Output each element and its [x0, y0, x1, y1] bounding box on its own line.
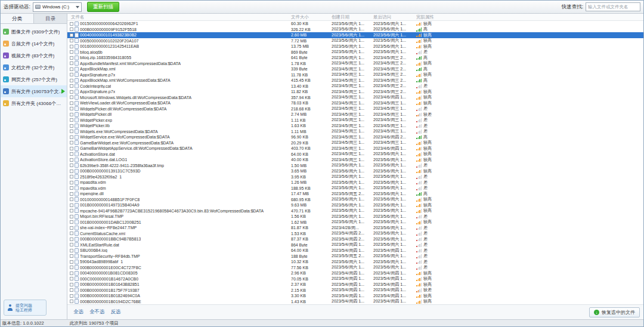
row-checkbox[interactable] — [70, 243, 73, 246]
column-header-filename[interactable]: 文件名 — [67, 14, 291, 20]
table-row[interactable]: 001B000000001DABC1200B2511.62 MB2023/5/6… — [67, 220, 643, 226]
table-row[interactable]: GameBarWidget.exe:WofCompressedData:$DAT… — [67, 140, 643, 146]
table-row[interactable]: WidgetsPicker.dll2.74 MB2023/4/5/周三 1...… — [67, 112, 643, 118]
row-checkbox[interactable] — [70, 129, 73, 133]
row-checkbox[interactable] — [70, 50, 73, 54]
row-checkbox[interactable] — [70, 192, 73, 196]
quick-search-input[interactable] — [586, 2, 640, 11]
row-checkbox[interactable] — [70, 22, 73, 26]
tab-category[interactable]: 分类 — [1, 14, 34, 23]
row-checkbox[interactable] — [70, 249, 73, 252]
row-checkbox[interactable] — [70, 164, 73, 167]
table-row[interactable]: mpasdlta.vdm1.26 MB2023/5/6/周六 1...2023/… — [67, 180, 643, 186]
table-row[interactable]: AppxBlockMap.xml:WofCompressedData:$DATA… — [67, 78, 643, 84]
row-checkbox[interactable] — [70, 95, 73, 99]
row-checkbox[interactable] — [70, 226, 73, 230]
row-checkbox[interactable] — [70, 175, 73, 178]
row-checkbox[interactable] — [70, 203, 73, 207]
table-row[interactable]: bilog.zip.168335984318055641 Byte2023/5/… — [67, 55, 643, 61]
row-checkbox[interactable] — [70, 45, 73, 48]
table-row[interactable]: 000B000000001B0194D2C76BE1.43 KB2023/5/4… — [67, 299, 643, 305]
column-header-accessed[interactable]: 最后访问 — [373, 14, 416, 20]
row-checkbox[interactable] — [70, 27, 73, 31]
table-row[interactable]: AppxBlockMap.xml339 Byte2023/4/5/周三 1...… — [67, 66, 643, 72]
row-checkbox[interactable] — [70, 135, 73, 139]
table-row[interactable]: 000B000000001B175F7F193872.15 KB2023/5/4… — [67, 288, 643, 294]
rescan-button[interactable]: 重新扫描 — [87, 2, 119, 12]
row-checkbox[interactable] — [70, 56, 73, 60]
row-checkbox[interactable] — [70, 169, 73, 173]
row-checkbox[interactable] — [70, 266, 73, 269]
table-row[interactable]: 000500000000102020F20A1077.72 MB2023/5/6… — [67, 38, 643, 44]
select-none-link[interactable]: 全不选 — [89, 309, 105, 316]
row-checkbox[interactable] — [70, 61, 73, 65]
table-row[interactable]: 0016000000001231425411EAB13.75 MB2023/5/… — [67, 44, 643, 50]
table-row[interactable]: bilog.alog6b869 Byte2023/5/6/周六 1...2023… — [67, 50, 643, 55]
table-row[interactable]: 2518f9e42632f09a2_13.95 KB2023/5/6/周六 1.… — [67, 174, 643, 180]
invert-selection-link[interactable]: 反选 — [111, 309, 121, 316]
table-row[interactable]: mpengine.dll17.47 MB2023/5/5/周五 2...2023… — [67, 191, 643, 197]
row-checkbox[interactable] — [70, 118, 73, 122]
row-checkbox[interactable] — [70, 90, 73, 94]
sidebar-item[interactable]: 视频文件 (83个文件) — [1, 50, 67, 61]
row-checkbox[interactable] — [70, 300, 73, 303]
feedback-button[interactable]: 提交问题 给工程师 — [4, 300, 47, 316]
sidebar-item[interactable]: 图像文件 (9309个文件) — [1, 26, 67, 38]
row-checkbox[interactable] — [70, 67, 73, 71]
table-row[interactable]: ActivationStore.dat64.00 KB2023/4/5/周三 1… — [67, 152, 643, 158]
row-checkbox[interactable] — [70, 260, 73, 264]
table-row[interactable]: 00040000000101493823B0B22.60 MB2023/5/6/… — [67, 32, 643, 38]
table-row[interactable]: 62b39be9-358f-4222-9411-2358fa36aa3f.tmp… — [67, 163, 643, 169]
table-row[interactable]: 001B000000001497315B404A99.63 MB2023/5/6… — [67, 202, 643, 208]
row-checkbox[interactable] — [70, 209, 73, 212]
table-row[interactable]: 590643ad898998abf_110.32 KB2023/5/6/周六 1… — [67, 259, 643, 265]
table-row[interactable]: AppxSignature.p7x11.78 KB2023/4/5/周三 1..… — [67, 72, 643, 78]
column-header-created[interactable]: 创建日期 — [332, 14, 373, 20]
sidebar-item[interactable]: 所有文件夹 (43066个文件夹) — [1, 97, 67, 109]
row-checkbox[interactable] — [70, 101, 73, 105]
table-row[interactable]: WebViewLoader.dll:WofCompressedData:$DAT… — [67, 100, 643, 106]
row-checkbox[interactable] — [70, 198, 73, 201]
sidebar-item[interactable]: 文档文件 (32个文件) — [1, 61, 67, 73]
table-row[interactable]: mpcache-9414F96B2B7723ACBE315219680584C4… — [67, 208, 643, 214]
table-row[interactable]: 001000000000148B51F7F0FC8680.95 KB2023/5… — [67, 197, 643, 203]
row-checkbox[interactable] — [70, 237, 73, 241]
table-row[interactable]: Widgets.exe:WofCompressedData:$DATA1.11 … — [67, 129, 643, 135]
row-checkbox[interactable] — [70, 84, 73, 88]
row-checkbox[interactable] — [70, 288, 73, 292]
table-row[interactable]: XMLEatStartRule.dat864 Byte2023/5/4/周四 1… — [67, 242, 643, 248]
table-row[interactable]: AppxSignature.p7x11.82 KB2023/4/5/周三 1..… — [67, 89, 643, 95]
row-checkbox[interactable] — [70, 107, 73, 110]
table-row[interactable]: 000C000000001B14672A0CB070.05 KB2023/5/4… — [67, 276, 643, 282]
table-row[interactable]: 000B0000000009F9152F5518326.22 KB2023/5/… — [67, 27, 643, 33]
sidebar-item[interactable]: 所有文件 (190753个文件) — [1, 85, 67, 97]
row-checkbox[interactable] — [70, 277, 73, 280]
table-row[interactable]: 000B00000000139131C7C593D3.65 MB2023/5/6… — [67, 168, 643, 174]
row-checkbox[interactable] — [70, 232, 73, 235]
column-header-quality[interactable]: 完损属性 — [416, 14, 482, 20]
table-row[interactable]: ActivationStore.dat.LOG140.00 KB2023/4/5… — [67, 157, 643, 163]
table-row[interactable]: SBU006B4.log64.00 KB2023/5/4/周四 1...2023… — [67, 248, 643, 254]
row-checkbox[interactable] — [70, 158, 73, 162]
row-checkbox[interactable] — [70, 294, 73, 298]
table-row[interactable]: WidgetService.exe:WofCompressedData:$DAT… — [67, 134, 643, 140]
row-checkbox[interactable] — [70, 39, 73, 42]
row-checkbox[interactable] — [70, 283, 73, 286]
row-checkbox[interactable] — [70, 73, 73, 76]
row-checkbox[interactable] — [70, 147, 73, 150]
table-row[interactable]: 000B000000001BBC94B7B581387.37 KB2023/5/… — [67, 236, 643, 242]
table-row[interactable]: GameBarWidgetAppService.dll:WofCompresse… — [67, 146, 643, 152]
row-checkbox[interactable] — [70, 124, 73, 128]
row-checkbox[interactable] — [70, 272, 73, 275]
table-row[interactable]: 000B000000001B01824694C0A3.30 KB2023/5/4… — [67, 293, 643, 299]
row-checkbox[interactable] — [70, 181, 73, 184]
row-checkbox[interactable] — [70, 113, 73, 116]
table-row[interactable]: WidgetPicker.exp1.11 KB2023/4/5/周三 1...2… — [67, 118, 643, 124]
table-row[interactable]: mpavdlta.vdm188.95 KB2023/5/6/周六 1...202… — [67, 186, 643, 192]
sidebar-item[interactable]: 网页文件 (257个文件) — [1, 73, 67, 85]
table-row[interactable]: Microsoft.Windows.Widgets.dll:WofCompres… — [67, 95, 643, 101]
table-row[interactable]: WidgetPicker.lib1.63 KB2023/4/5/周三 1...2… — [67, 123, 643, 129]
row-checkbox[interactable] — [70, 220, 73, 224]
table-row[interactable]: 000B000000001B01643B828512.37 KB2023/5/4… — [67, 282, 643, 288]
sidebar-item[interactable]: 音频文件 (14个文件) — [1, 38, 67, 50]
